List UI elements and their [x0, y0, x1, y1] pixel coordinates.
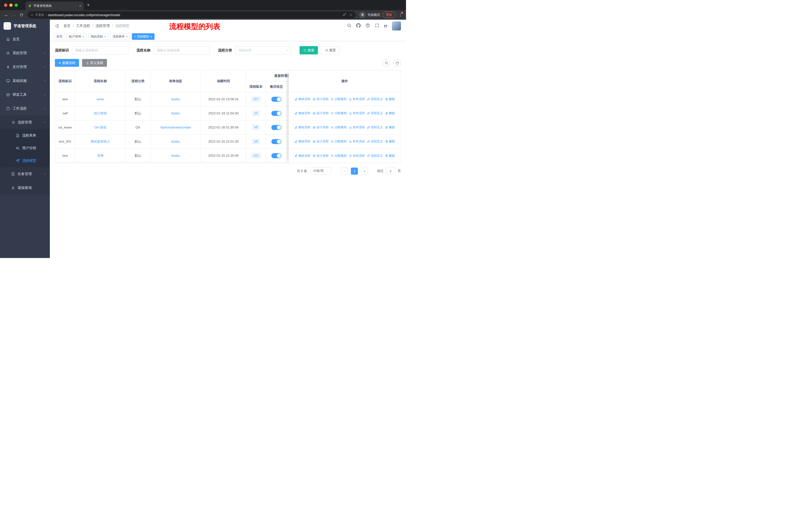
version-badge[interactable]: v17	[251, 97, 261, 102]
window-minimize-button[interactable]	[9, 3, 12, 7]
sidebar-item-workflow[interactable]: 工作流程	[0, 102, 50, 115]
close-icon[interactable]: ×	[104, 35, 106, 38]
process-name-link[interactable]: 滔博	[97, 154, 104, 158]
goto-page-input[interactable]	[386, 167, 396, 174]
fullscreen-icon[interactable]	[375, 23, 379, 29]
action-assign-rule[interactable]: 分配规则	[331, 97, 347, 101]
toggle-search-button[interactable]	[383, 59, 390, 67]
action-process-definition[interactable]: 流程定义	[367, 139, 383, 144]
current-page-button[interactable]: 1	[351, 167, 358, 174]
breadcrumb-home[interactable]: 首页	[63, 24, 70, 28]
sidebar-item-system[interactable]: 系统管理	[0, 46, 50, 60]
search-icon[interactable]	[347, 23, 351, 29]
version-badge[interactable]: v5	[252, 125, 260, 130]
action-process-definition[interactable]: 流程定义	[367, 125, 383, 130]
tag-process-model[interactable]: ●流程模型×	[132, 33, 154, 40]
action-edit-process[interactable]: 修改流程	[294, 125, 310, 130]
action-edit-process[interactable]: 修改流程	[294, 139, 310, 144]
new-tab-button[interactable]: +	[84, 0, 93, 10]
font-size-icon[interactable]: tT	[384, 24, 387, 28]
action-assign-rule[interactable]: 分配规则	[331, 139, 347, 144]
action-process-definition[interactable]: 流程定义	[367, 154, 383, 158]
process-name-link[interactable]: eeee	[97, 97, 104, 101]
action-assign-rule[interactable]: 分配规则	[331, 125, 347, 130]
browser-menu-icon[interactable]: ⋮	[398, 11, 404, 18]
action-delete[interactable]: 删除	[385, 97, 395, 101]
form-info-link[interactable]: biubiu	[171, 111, 180, 115]
tag-process-form[interactable]: 流程表单×	[110, 33, 130, 40]
action-process-definition[interactable]: 流程定义	[367, 97, 383, 101]
browser-tab[interactable]: 芋道管理系统 ×	[25, 1, 84, 10]
close-icon[interactable]: ×	[82, 35, 84, 38]
version-badge[interactable]: v21	[251, 153, 261, 159]
form-info-link[interactable]: biubiu	[171, 97, 180, 101]
process-name-link[interactable]: 测试多审批人	[91, 139, 110, 144]
create-process-button[interactable]: + 新建流程	[55, 59, 79, 67]
action-delete[interactable]: 删除	[385, 125, 395, 130]
tag-tenant[interactable]: 租户管理×	[66, 33, 87, 40]
breadcrumb-workflow[interactable]: 工作流程	[76, 24, 90, 28]
action-publish-process[interactable]: 发布流程	[349, 125, 365, 130]
version-badge[interactable]: v2	[252, 111, 260, 116]
active-toggle[interactable]	[271, 153, 282, 158]
window-close-button[interactable]	[4, 3, 7, 7]
action-design-process[interactable]: 设计流程	[313, 111, 328, 115]
sidebar-item-leave-query[interactable]: 请假查询	[0, 181, 50, 195]
sidebar-item-home[interactable]: 首页	[0, 32, 50, 46]
user-avatar[interactable]	[392, 21, 401, 30]
action-publish-process[interactable]: 发布流程	[349, 97, 365, 101]
process-key-input[interactable]	[72, 46, 128, 54]
action-delete[interactable]: 删除	[385, 154, 395, 158]
action-design-process[interactable]: 设计流程	[313, 97, 328, 101]
action-design-process[interactable]: 设计流程	[313, 139, 328, 144]
active-toggle[interactable]	[271, 139, 282, 144]
action-edit-process[interactable]: 修改流程	[294, 111, 310, 115]
sidebar-item-process-model[interactable]: 流程模型	[0, 155, 50, 167]
address-bar[interactable]: ⚠ 不安全 dashboard.yudao.iocoder.cn/bpm/man…	[28, 11, 356, 19]
sidebar-item-infra[interactable]: 基础设施	[0, 74, 50, 88]
action-publish-process[interactable]: 发布流程	[349, 111, 365, 115]
window-maximize-button[interactable]	[14, 3, 18, 7]
import-process-button[interactable]: 导入流程	[82, 59, 107, 67]
bookmark-star-icon[interactable]: ☆	[349, 12, 353, 17]
form-info-link[interactable]: biubiu	[171, 154, 180, 158]
menu-fold-icon[interactable]	[55, 24, 59, 28]
tag-home[interactable]: 首页	[54, 33, 65, 40]
action-delete[interactable]: 删除	[385, 111, 395, 115]
reset-button[interactable]: 重置	[321, 46, 340, 54]
action-process-definition[interactable]: 流程定义	[367, 111, 383, 115]
browser-update-button[interactable]: 更新	[383, 11, 396, 18]
action-publish-process[interactable]: 发布流程	[349, 154, 365, 158]
page-size-select[interactable]: 10条/页	[311, 167, 331, 174]
refresh-table-button[interactable]	[394, 59, 401, 67]
process-category-select[interactable]: 流程分类	[235, 46, 291, 54]
version-badge[interactable]: v4	[252, 139, 260, 144]
key-icon[interactable]	[343, 12, 346, 17]
process-name-input[interactable]	[153, 46, 210, 54]
tag-my-process[interactable]: 我的流程×	[88, 33, 109, 40]
active-toggle[interactable]	[271, 111, 282, 116]
breadcrumb-process-mgmt[interactable]: 流程管理	[96, 24, 110, 28]
form-info-link[interactable]: /bpm/oa/leave/create	[160, 126, 191, 129]
back-icon[interactable]: ←	[2, 11, 10, 19]
forward-icon[interactable]: →	[10, 11, 18, 19]
search-button[interactable]: 搜索	[299, 46, 318, 54]
action-edit-process[interactable]: 修改流程	[294, 97, 310, 101]
prev-page-button[interactable]: ‹	[341, 167, 348, 174]
sidebar-item-user-group[interactable]: 用户分组	[0, 142, 50, 155]
action-design-process[interactable]: 设计流程	[313, 125, 328, 130]
process-name-link[interactable]: OA 请假	[94, 125, 107, 130]
action-edit-process[interactable]: 修改流程	[294, 154, 310, 158]
action-assign-rule[interactable]: 分配规则	[331, 154, 347, 158]
action-assign-rule[interactable]: 分配规则	[331, 111, 347, 115]
sidebar-item-process-form[interactable]: 流程表单	[0, 129, 50, 142]
sidebar-item-payment[interactable]: ¥ 支付管理	[0, 60, 50, 74]
github-icon[interactable]	[356, 23, 361, 29]
tab-close-icon[interactable]: ×	[79, 4, 81, 8]
sidebar-item-task-mgmt[interactable]: 任务管理	[0, 167, 50, 181]
active-toggle[interactable]	[271, 97, 282, 102]
help-icon[interactable]	[366, 23, 370, 29]
form-info-link[interactable]: biubiu	[171, 140, 180, 143]
process-name-link[interactable]: 自己审批	[94, 111, 107, 116]
sidebar-item-process-mgmt[interactable]: 流程管理	[0, 115, 50, 129]
